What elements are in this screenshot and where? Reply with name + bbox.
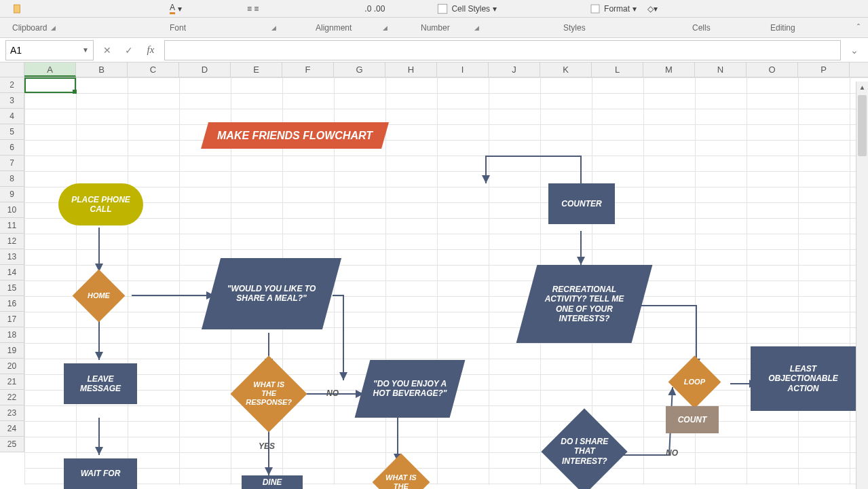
align-buttons[interactable]: ≡ ≡ — [242, 4, 264, 14]
cells-area[interactable] — [24, 77, 868, 485]
row-header[interactable]: 14 — [0, 265, 24, 280]
name-box[interactable]: A1 ▼ — [5, 40, 94, 60]
number-format[interactable]: .0 .00 — [359, 4, 390, 14]
row-header[interactable]: 25 — [0, 437, 24, 452]
group-clipboard: Clipboard◢ — [12, 23, 56, 33]
row-header[interactable]: 19 — [0, 343, 24, 359]
formula-expand-icon[interactable]: ⌄ — [846, 42, 863, 58]
clear-button[interactable]: ◇▾ — [642, 4, 663, 14]
row-header[interactable]: 17 — [0, 312, 24, 327]
row-header[interactable]: 11 — [0, 218, 24, 234]
vertical-scrollbar[interactable]: ▲ — [856, 82, 868, 489]
row-header[interactable]: 15 — [0, 280, 24, 296]
column-header[interactable]: B — [76, 62, 128, 77]
row-header[interactable]: 3 — [0, 93, 24, 109]
group-cells: Cells — [692, 23, 711, 33]
column-header[interactable]: J — [489, 62, 540, 77]
group-alignment: Alignment◢ — [316, 23, 388, 33]
spreadsheet-grid[interactable]: ABCDEFGHIJKLMNOP 23456789101112131415161… — [0, 62, 868, 77]
formula-bar: A1 ▼ ✕ ✓ fx ⌄ — [0, 38, 868, 62]
column-header[interactable]: A — [24, 62, 76, 77]
name-box-value: A1 — [10, 45, 22, 56]
row-header[interactable]: 5 — [0, 124, 24, 140]
column-header[interactable]: L — [592, 62, 643, 77]
collapse-ribbon-icon[interactable]: ˆ — [857, 23, 860, 33]
row-header[interactable]: 4 — [0, 109, 24, 124]
row-header[interactable]: 24 — [0, 421, 24, 437]
column-header[interactable]: N — [695, 62, 747, 77]
svg-rect-1 — [438, 4, 448, 14]
row-header[interactable]: 2 — [0, 77, 24, 93]
column-header[interactable]: E — [231, 62, 282, 77]
row-headers: 2345678910111213141516171819202122232425 — [0, 77, 24, 452]
column-header[interactable]: F — [282, 62, 334, 77]
font-color-button[interactable]: A▾ — [164, 3, 187, 14]
ribbon-icons-row: A▾ ≡ ≡ .0 .00 Cell Styles▾ Format▾ ◇▾ — [0, 0, 868, 18]
row-header[interactable]: 22 — [0, 390, 24, 405]
row-header[interactable]: 8 — [0, 171, 24, 187]
cell-styles-button[interactable]: Cell Styles▾ — [431, 3, 502, 15]
row-header[interactable]: 7 — [0, 156, 24, 171]
formula-input[interactable] — [164, 40, 841, 60]
row-header[interactable]: 21 — [0, 374, 24, 390]
ribbon-groups-row: Clipboard◢ Font◢ Alignment◢ Number◢ Styl… — [0, 18, 868, 38]
format-button[interactable]: Format▾ — [584, 3, 642, 15]
paste-button[interactable] — [5, 3, 29, 15]
column-header[interactable]: C — [128, 62, 179, 77]
scroll-up-icon[interactable]: ▲ — [856, 82, 868, 94]
insert-function-button[interactable]: fx — [143, 42, 159, 58]
column-header[interactable]: K — [540, 62, 592, 77]
row-header[interactable]: 23 — [0, 405, 24, 421]
row-header[interactable]: 18 — [0, 327, 24, 343]
selected-cell — [24, 77, 76, 93]
column-headers: ABCDEFGHIJKLMNOP — [0, 62, 868, 77]
svg-rect-0 — [14, 5, 20, 13]
group-number: Number◢ — [421, 23, 479, 33]
column-header[interactable]: M — [643, 62, 695, 77]
column-header[interactable]: P — [798, 62, 850, 77]
group-editing: Editing — [770, 23, 795, 33]
group-styles: Styles — [563, 23, 586, 33]
select-all-corner[interactable] — [0, 62, 24, 77]
svg-rect-2 — [591, 5, 599, 13]
column-header[interactable]: G — [334, 62, 385, 77]
column-header[interactable]: O — [747, 62, 798, 77]
column-header[interactable]: D — [179, 62, 231, 77]
formula-cancel-button[interactable]: ✕ — [99, 42, 115, 58]
column-header[interactable]: I — [437, 62, 489, 77]
row-header[interactable]: 9 — [0, 187, 24, 202]
row-header[interactable]: 6 — [0, 140, 24, 156]
row-header[interactable]: 13 — [0, 249, 24, 265]
group-font: Font◢ — [170, 23, 276, 33]
name-box-dropdown-icon[interactable]: ▼ — [82, 46, 89, 54]
row-header[interactable]: 20 — [0, 359, 24, 374]
column-header[interactable]: H — [385, 62, 437, 77]
formula-accept-button[interactable]: ✓ — [121, 42, 137, 58]
row-header[interactable]: 10 — [0, 202, 24, 218]
row-header[interactable]: 16 — [0, 296, 24, 312]
scroll-thumb[interactable] — [858, 95, 867, 156]
row-header[interactable]: 12 — [0, 234, 24, 249]
